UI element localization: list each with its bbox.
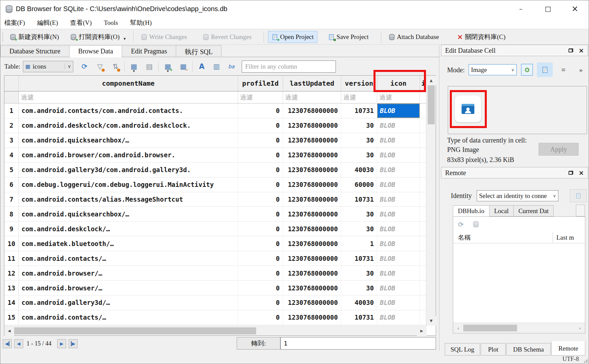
horizontal-scrollbar[interactable]: ◀ ▶ (4, 326, 427, 335)
cell-name[interactable]: com.android.contacts/… (19, 310, 238, 325)
remote-tab-current-database[interactable]: Current Dat (513, 205, 554, 216)
font-icon[interactable]: A (196, 61, 207, 72)
cell-pid[interactable]: 0 (238, 295, 283, 310)
cell-upd[interactable]: 1230768000000 (283, 207, 341, 221)
float-panel-icon[interactable] (568, 171, 573, 175)
cell-name[interactable]: com.android.contacts/… (19, 251, 238, 266)
cell-upd[interactable]: 1230768000000 (283, 133, 341, 148)
cell-ver[interactable]: 1 (341, 236, 377, 251)
cell-icon[interactable]: BLOB (377, 104, 420, 118)
cell-pid[interactable]: 0 (238, 104, 283, 118)
vertical-scrollbar-thumb[interactable] (428, 85, 435, 124)
cell-icon[interactable]: BLOB (377, 163, 420, 177)
remote-horizontal-scrollbar[interactable]: ‹ › (453, 323, 585, 333)
cell-num[interactable]: 9 (4, 221, 19, 236)
close-database-button[interactable]: × 關閉資料庫(C) (454, 31, 509, 43)
cell-pid[interactable]: 0 (238, 251, 283, 266)
scroll-down-icon[interactable]: ▼ (426, 316, 436, 326)
cell-icon[interactable]: BLOB (377, 192, 420, 207)
cell-pid[interactable]: 0 (238, 310, 283, 325)
column-header-lastUpdated[interactable]: lastUpdated (283, 76, 341, 91)
cell-icon[interactable]: BLOB (377, 281, 420, 295)
attach-database-button[interactable]: Attach Database (385, 31, 442, 43)
cell-upd[interactable]: 1230768000000 (283, 177, 341, 192)
cell-upd[interactable]: 1230768000000 (283, 295, 341, 310)
cell-name[interactable]: com.debug.loggerui/com.debug.loggerui.Ma… (19, 177, 238, 192)
cell-name[interactable]: com.android.browser/com.android.browser. (19, 148, 238, 162)
open-database-dropdown-icon[interactable]: ▾ (124, 36, 126, 41)
tab-edit-pragmas[interactable]: Edit Pragmas (122, 45, 176, 57)
bottom-tab-remote[interactable]: Remote (551, 341, 585, 356)
scroll-left-icon[interactable]: ‹ (454, 323, 463, 333)
cell-name[interactable]: com.android.browser/… (19, 266, 238, 280)
cell-ver[interactable]: 30 (341, 281, 377, 295)
resize-grip[interactable] (584, 359, 588, 363)
remote-refresh-icon[interactable]: ⟳ (456, 219, 466, 230)
cell-upd[interactable]: 1230768000000 (283, 236, 341, 251)
cell-icon[interactable]: BLOB (377, 236, 420, 251)
cell-icon[interactable]: BLOB (377, 177, 420, 192)
maximize-button[interactable]: □ (540, 0, 556, 17)
close-button[interactable]: × (567, 0, 583, 17)
cell-upd[interactable]: 1230768000000 (283, 104, 341, 118)
cell-ver[interactable]: 10731 (341, 104, 377, 118)
identity-select[interactable]: Select an identity to conne ∨ (477, 190, 558, 201)
column-header-partial[interactable]: i (420, 76, 427, 91)
cell-ver[interactable]: 10731 (341, 310, 377, 325)
print-icon[interactable]: ▤ (144, 61, 155, 72)
cell-icon[interactable]: BLOB (377, 251, 420, 266)
cell-name[interactable]: com.android.contacts/alias.MessageShortc… (19, 192, 238, 207)
cell-name[interactable]: com.android.quicksearchbox/… (19, 207, 238, 221)
revert-changes-button[interactable]: Revert Changes (199, 31, 255, 43)
cell-pid[interactable]: 0 (238, 118, 283, 133)
cell-num[interactable]: 12 (4, 266, 19, 280)
insert-record-icon[interactable]: ▦+▾ (162, 61, 173, 72)
cell-icon[interactable]: BLOB (377, 266, 420, 280)
find-in-table-icon[interactable]: ▥ (211, 61, 222, 72)
remote-modified-column-header[interactable]: Last m (553, 232, 585, 243)
remote-scrollbar-thumb[interactable] (463, 325, 517, 331)
cell-num[interactable]: 3 (4, 133, 19, 148)
cell-pid[interactable]: 0 (238, 281, 283, 295)
cell-upd[interactable]: 1230768000000 (283, 118, 341, 133)
cell-pid[interactable]: 0 (238, 177, 283, 192)
cell-ver[interactable]: 30 (341, 266, 377, 280)
text-mode-button[interactable] (537, 63, 553, 77)
column-filter-input[interactable] (283, 91, 341, 103)
write-changes-button[interactable]: Write Changes (138, 31, 191, 43)
cell-num[interactable]: 11 (4, 251, 19, 266)
column-header-version[interactable]: version (341, 76, 377, 91)
column-header-icon[interactable]: icon (377, 76, 420, 91)
remote-clone-db-icon[interactable] (473, 221, 479, 229)
menu-file[interactable]: 檔案(F) (0, 17, 29, 28)
scroll-right-icon[interactable]: › (576, 323, 584, 333)
encoding-status[interactable]: UTF-8 (562, 356, 579, 363)
column-header-componentName[interactable]: componentName (19, 76, 238, 91)
scroll-right-icon[interactable]: ▶ (417, 326, 427, 336)
tab-browse-data[interactable]: Browse Data (69, 45, 122, 57)
cell-upd[interactable]: 1230768000000 (283, 266, 341, 280)
new-database-button[interactable]: + 新建資料庫(N) (6, 31, 62, 43)
horizontal-scrollbar-thumb[interactable] (14, 327, 256, 334)
column-filter-input[interactable] (19, 91, 238, 103)
cell-pid[interactable]: 0 (238, 266, 283, 280)
toolbar-overflow-icon[interactable]: » (576, 65, 586, 75)
scroll-up-icon[interactable]: ▲ (426, 76, 436, 85)
first-page-button[interactable]: ◀ (3, 339, 12, 348)
cell-pid[interactable]: 0 (238, 148, 283, 162)
cell-name[interactable]: com.android.gallery3d/… (19, 295, 238, 310)
cell-pid[interactable]: 0 (238, 221, 283, 236)
cell-ver[interactable]: 40030 (341, 163, 377, 177)
menu-help[interactable]: 幫助(H) (126, 17, 156, 28)
close-panel-icon[interactable]: × (579, 47, 584, 54)
menu-edit[interactable]: 編輯(E) (33, 17, 62, 28)
cell-num[interactable]: 6 (4, 177, 19, 192)
refresh-icon[interactable]: ⟳ (79, 61, 90, 72)
cell-pid[interactable]: 0 (238, 236, 283, 251)
import-data-button[interactable] (521, 64, 533, 76)
cell-num[interactable]: 7 (4, 192, 19, 207)
open-database-button[interactable]: ▸ 打開資料庫(O) ▾ (67, 31, 129, 43)
cell-ver[interactable]: 30 (341, 148, 377, 162)
cell-upd[interactable]: 1230768000000 (283, 148, 341, 162)
cell-name[interactable]: com.android.contacts/com.android.contact… (19, 104, 238, 118)
